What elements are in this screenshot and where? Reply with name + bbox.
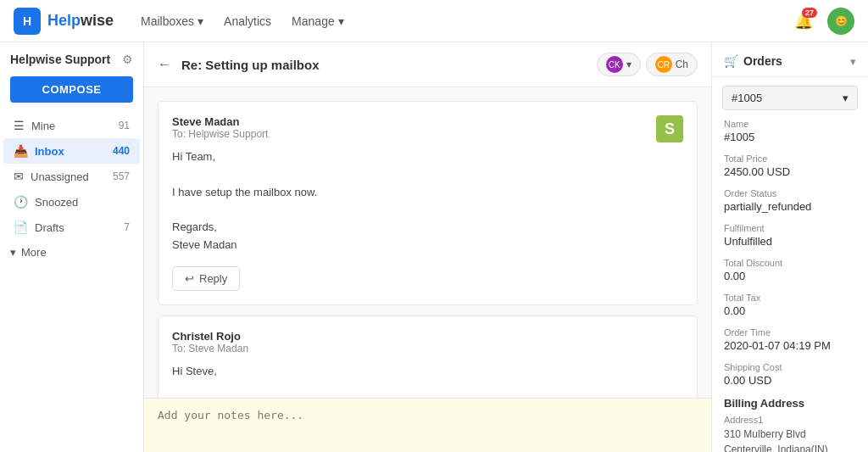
mine-count: 91 <box>119 120 130 131</box>
more-item[interactable]: ▾ More <box>0 240 143 265</box>
sidebar-item-inbox[interactable]: 📥 Inbox 440 <box>3 138 140 164</box>
chevron-down-icon: ▾ <box>338 14 344 28</box>
detail-order-status: Order Status partially_refunded <box>724 188 856 213</box>
detail-order-time: Order Time 2020-01-07 04:19 PM <box>724 327 856 352</box>
assignee-chip-1[interactable]: CK ▾ <box>597 53 641 76</box>
email-sender-2: Christel Rojo <box>172 330 683 343</box>
compose-button[interactable]: COMPOSE <box>10 76 133 103</box>
cart-icon: 🛒 <box>724 54 738 68</box>
mine-icon: ☰ <box>14 119 25 132</box>
email-body-2: Hi Steve, That's great! Let me know if t… <box>172 363 683 398</box>
sidebar-item-label: Unassigned <box>31 170 89 183</box>
reply-icon: ↩ <box>185 272 194 285</box>
detail-total-tax: Total Tax 0.00 <box>724 293 856 317</box>
inbox-count: 440 <box>113 145 130 157</box>
panel-header: 🛒 Orders ▾ <box>712 42 868 77</box>
notification-button[interactable]: 🔔 27 <box>790 8 817 35</box>
email-to-2: To: Steve Madan <box>172 343 683 354</box>
sidebar-item-unassigned[interactable]: ✉ Unassigned 557 <box>3 164 140 189</box>
email-sender-1: Steve Madan <box>172 115 683 128</box>
unassigned-count: 557 <box>113 170 130 182</box>
assignee-avatar-2: CR <box>655 56 672 73</box>
sidebar-title: Helpwise Support <box>10 53 110 66</box>
assignee-chip-2[interactable]: CR Ch <box>646 53 698 76</box>
nav-links: Mailboxes ▾ Analytics Manage ▾ <box>141 14 344 28</box>
notes-input[interactable] <box>158 409 698 439</box>
thread-header: ← Re: Setting up mailbox CK ▾ CR Ch <box>144 42 711 87</box>
notification-badge: 27 <box>802 8 817 18</box>
unassigned-icon: ✉ <box>14 170 24 183</box>
email-card-2: Christel Rojo To: Steve Madan Hi Steve, … <box>158 315 698 398</box>
sidebar-item-label: Inbox <box>35 145 64 158</box>
gear-icon[interactable]: ⚙ <box>122 53 133 66</box>
billing-header: Billing Address <box>724 397 856 410</box>
email-body-1: Hi Team, I have setup the mailbox now. R… <box>172 148 683 254</box>
snoozed-icon: 🕐 <box>14 195 28 209</box>
thread-messages: Steve Madan To: Helpwise Support Hi Team… <box>144 87 711 398</box>
email-to-1: To: Helpwise Support <box>172 128 683 140</box>
panel-title: 🛒 Orders <box>724 54 782 68</box>
detail-fulfilment: Fulfilment Unfulfilled <box>724 223 856 248</box>
notes-area <box>144 398 711 452</box>
shopify-icon: S <box>656 115 683 142</box>
detail-name: Name #1005 <box>724 119 856 143</box>
nav-analytics[interactable]: Analytics <box>224 14 271 28</box>
sidebar-item-mine[interactable]: ☰ Mine 91 <box>3 113 140 138</box>
sidebar-header: Helpwise Support ⚙ <box>0 53 143 76</box>
back-button[interactable]: ← <box>158 57 171 72</box>
assignee-avatar-1: CK <box>606 56 623 73</box>
assignee-label: Ch <box>676 59 688 70</box>
assignee-group: CK ▾ CR Ch <box>597 53 698 76</box>
chevron-down-icon: ▾ <box>626 59 632 70</box>
email-card-1: Steve Madan To: Helpwise Support Hi Team… <box>158 101 698 305</box>
sidebar-item-drafts[interactable]: 📄 Drafts 7 <box>3 215 140 240</box>
panel-chevron-icon[interactable]: ▾ <box>850 55 856 68</box>
sidebar-item-label: Drafts <box>35 221 64 234</box>
logo-text: Helpwise <box>47 12 114 30</box>
detail-shipping-cost: Shipping Cost 0.00 USD <box>724 362 856 387</box>
drafts-count: 7 <box>124 221 130 233</box>
inbox-icon: 📥 <box>14 144 28 158</box>
order-details: Name #1005 Total Price 2450.00 USD Order… <box>712 119 868 452</box>
detail-total-price: Total Price 2450.00 USD <box>724 153 856 178</box>
nav-manage[interactable]: Manage ▾ <box>292 14 344 28</box>
thread-title: Re: Setting up mailbox <box>181 58 587 72</box>
order-selector: #1005 ▾ <box>722 86 858 110</box>
orders-panel: 🛒 Orders ▾ #1005 ▾ Name #1005 Total Pric… <box>711 42 868 452</box>
billing-address: 310 Mulberry Blvd Centerville, Indiana(I… <box>724 427 856 452</box>
sidebar-item-label: Mine <box>31 120 55 132</box>
sidebar-item-snoozed[interactable]: 🕐 Snoozed <box>3 189 140 215</box>
billing-label: Address1 <box>724 415 856 425</box>
chevron-down-icon: ▾ <box>10 246 16 259</box>
chevron-down-icon: ▾ <box>843 92 849 104</box>
drafts-icon: 📄 <box>14 220 28 234</box>
order-select-dropdown[interactable]: #1005 ▾ <box>722 86 858 110</box>
nav-right: 🔔 27 😊 <box>790 8 854 35</box>
logo-icon: H <box>14 8 41 35</box>
reply-button-1[interactable]: ↩ Reply <box>172 266 240 291</box>
email-thread: ← Re: Setting up mailbox CK ▾ CR Ch <box>144 42 711 452</box>
detail-total-discount: Total Discount 0.00 <box>724 258 856 282</box>
sidebar: Helpwise Support ⚙ COMPOSE ☰ Mine 91 📥 I… <box>0 42 144 452</box>
sidebar-item-label: Snoozed <box>35 196 78 209</box>
chevron-down-icon: ▾ <box>198 14 203 28</box>
logo[interactable]: H Helpwise <box>14 8 114 35</box>
avatar[interactable]: 😊 <box>827 8 854 35</box>
nav-mailboxes[interactable]: Mailboxes ▾ <box>141 14 203 28</box>
more-label: More <box>21 246 47 259</box>
svg-text:S: S <box>665 120 675 137</box>
